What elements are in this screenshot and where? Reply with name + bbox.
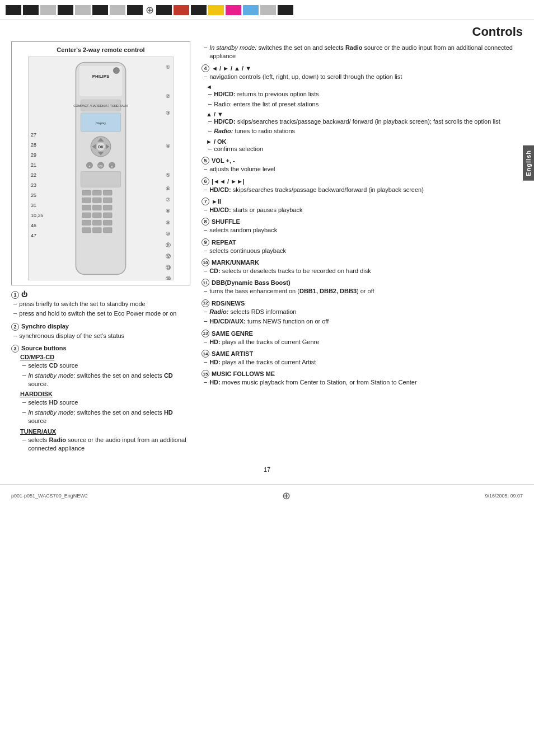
bullet-15-1: – HD: moves music playback from Center t… (202, 378, 523, 387)
bullet-7-1: – HD/CD: starts or pauses playback (202, 206, 523, 214)
item-5-header: 5 VOL +, - (202, 157, 523, 165)
bullet-cd-1: – selects CD source (20, 361, 190, 370)
num-6: 6 (202, 177, 209, 185)
svg-rect-27 (103, 198, 112, 203)
subsection-hd-title: HARDDISK (20, 391, 190, 397)
svg-rect-30 (103, 205, 112, 210)
bullet-cd-2: – In standby mode: switches the set on a… (20, 372, 190, 389)
remote-section-title: Center's 2-way remote control (16, 46, 185, 53)
item-14-header: 14 SAME ARTIST (202, 350, 523, 358)
item-6-header: 6 |◄◄ / ►►| (202, 177, 523, 185)
svg-rect-34 (82, 220, 91, 225)
bullet-6-1: – HD/CD: skips/searches tracks/passage b… (202, 186, 523, 194)
svg-rect-23 (93, 190, 102, 195)
item-4-header: 4 ◄ / ► / ▲ / ▼ (202, 64, 523, 72)
item-13: 13 SAME GENRE – HD: plays all the tracks… (202, 330, 523, 346)
footer-left: p001-p051_WACS700_EngNEW2 (11, 493, 88, 499)
num-4: 4 (202, 64, 209, 72)
svg-rect-36 (103, 220, 112, 225)
page-title: Controls (472, 25, 523, 39)
subsection-hd: HARDDISK – selects HD source – In standb… (20, 391, 190, 425)
desc-item-1: 1 ⏻ – press briefly to switch the set to… (11, 291, 190, 318)
svg-rect-32 (93, 213, 102, 218)
svg-rect-37 (82, 228, 91, 233)
num-9: 9 (202, 238, 209, 246)
svg-text:PHILIPS: PHILIPS (92, 74, 109, 79)
svg-rect-25 (82, 198, 91, 203)
subsym-ok: ► / OK – confirms selection (206, 138, 523, 153)
svg-rect-29 (93, 205, 102, 210)
subsection-tuner: TUNER/AUX – selects Radio source or the … (20, 428, 190, 453)
desc-item-2: 2 Synchro display – synchronous display … (11, 323, 190, 340)
color-block-6 (92, 5, 108, 15)
color-block-r4 (208, 5, 224, 15)
subsection-cd-title: CD/MP3-CD (20, 354, 190, 360)
svg-rect-38 (93, 228, 102, 233)
color-block-r7 (260, 5, 276, 15)
item-12: 12 RDS/NEWS – Radio: selects RDS informa… (202, 299, 523, 326)
footer-date: 9/16/2005, 09:07 (485, 493, 523, 499)
bullet-4-nav: – navigation controls (left, right, up, … (202, 73, 523, 81)
subsection-cd: CD/MP3-CD – selects CD source – In stand… (20, 354, 190, 388)
color-block-r6 (243, 5, 259, 15)
subsym-left: ◄ – HD/CD: returns to previous option li… (206, 83, 523, 109)
svg-text:▼: ▼ (88, 165, 91, 168)
item-13-header: 13 SAME GENRE (202, 330, 523, 337)
bullet-11-1: – turns the bass enhancement on (DBB1, D… (202, 287, 523, 295)
num-7: 7 (202, 198, 209, 205)
color-block-r3 (191, 5, 207, 15)
num-3: 3 (11, 345, 19, 353)
bullet-hd-1: – selects HD source (20, 398, 190, 407)
remote-svg: PHILIPS COMPACT / HARDDISK / TUNER/AUX D… (39, 59, 162, 278)
bullet-8-1: – selects random playback (202, 226, 523, 234)
svg-rect-28 (82, 205, 91, 210)
svg-rect-21 (81, 172, 120, 187)
color-block-1 (6, 5, 21, 15)
bullet-tuner-1: – selects Radio source or the audio inpu… (20, 436, 190, 453)
item-12-header: 12 RDS/NEWS (202, 299, 523, 307)
svg-point-3 (113, 67, 119, 73)
bullet-9-1: – selects continuous playback (202, 247, 523, 255)
num-2: 2 (11, 323, 19, 331)
bullet-2-1: – synchronous display of the set's statu… (11, 332, 190, 340)
svg-text:VOL: VOL (99, 165, 104, 168)
svg-text:Display: Display (96, 121, 106, 125)
color-block-r8 (278, 5, 293, 15)
footer-crosshair: ⊕ (280, 489, 293, 503)
color-block-r1 (156, 5, 172, 15)
item-10: 10 MARK/UNMARK – CD: selects or deselect… (202, 259, 523, 275)
num-12: 12 (202, 299, 209, 307)
item-14: 14 SAME ARTIST – HD: plays all the track… (202, 350, 523, 367)
item-11: 11 DBB(Dynamic Bass Boost) – turns the b… (202, 279, 523, 295)
desc-item-3: 3 Source buttons CD/MP3-CD – selects CD … (11, 345, 190, 453)
left-column: Center's 2-way remote control PHILIPS CO… (11, 41, 190, 457)
svg-rect-26 (93, 198, 102, 203)
subsym-updown: ▲ / ▼ – HD/CD: skips/searches tracks/pas… (206, 111, 523, 136)
page-number: 17 (0, 466, 534, 473)
svg-rect-22 (82, 190, 91, 195)
english-tab: English (523, 145, 534, 181)
svg-text:COMPACT / HARDDISK / TUNER/AUX: COMPACT / HARDDISK / TUNER/AUX (73, 104, 128, 107)
svg-text:▲: ▲ (111, 165, 113, 168)
num-5: 5 (202, 157, 209, 165)
bullet-5-1: – adjusts the volume level (202, 165, 523, 173)
num-15: 15 (202, 370, 209, 378)
svg-rect-31 (82, 213, 91, 218)
remote-image: PHILIPS COMPACT / HARDDISK / TUNER/AUX D… (28, 57, 174, 280)
top-bar-left-blocks (6, 5, 143, 15)
page-header: Controls (0, 20, 534, 41)
bullet-10-1: – CD: selects or deselects tracks to be … (202, 267, 523, 275)
num-13: 13 (202, 330, 209, 337)
bullet-tuner-standby: – In standby mode: switches the set on a… (202, 44, 523, 61)
footer: p001-p051_WACS700_EngNEW2 ⊕ 9/16/2005, 0… (0, 484, 534, 507)
color-block-5 (75, 5, 91, 15)
bullet-14-1: – HD: plays all the tracks of current Ar… (202, 358, 523, 367)
svg-rect-33 (103, 213, 112, 218)
svg-text:OK: OK (98, 145, 104, 149)
item-11-header: 11 DBB(Dynamic Bass Boost) (202, 279, 523, 287)
svg-rect-24 (103, 190, 112, 195)
top-bar-right-blocks (156, 5, 293, 15)
item-4: 4 ◄ / ► / ▲ / ▼ – navigation controls (l… (202, 64, 523, 153)
item-6: 6 |◄◄ / ►►| – HD/CD: skips/searches trac… (202, 177, 523, 194)
bullet-12-2: – HD/CD/AUX: turns NEWS function on or o… (202, 317, 523, 326)
